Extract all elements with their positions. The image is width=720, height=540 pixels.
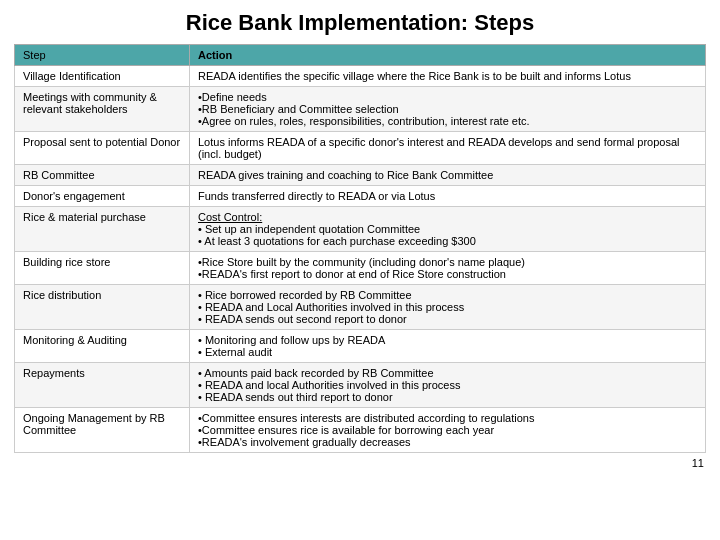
table-row: Ongoing Management by RB Committee•Commi… xyxy=(15,408,706,453)
action-cell: • Amounts paid back recorded by RB Commi… xyxy=(190,363,706,408)
table-row: Donor's engagementFunds transferred dire… xyxy=(15,186,706,207)
step-cell: Monitoring & Auditing xyxy=(15,330,190,363)
table-row: Village IdentificationREADA identifies t… xyxy=(15,66,706,87)
step-cell: RB Committee xyxy=(15,165,190,186)
step-cell: Rice & material purchase xyxy=(15,207,190,252)
step-cell: Building rice store xyxy=(15,252,190,285)
action-cell: • Rice borrowed recorded by RB Committee… xyxy=(190,285,706,330)
header-action: Action xyxy=(190,45,706,66)
action-cell: Lotus informs READA of a specific donor'… xyxy=(190,132,706,165)
step-cell: Ongoing Management by RB Committee xyxy=(15,408,190,453)
action-cell: READA gives training and coaching to Ric… xyxy=(190,165,706,186)
step-cell: Rice distribution xyxy=(15,285,190,330)
table-row: Monitoring & Auditing• Monitoring and fo… xyxy=(15,330,706,363)
table-row: RB CommitteeREADA gives training and coa… xyxy=(15,165,706,186)
action-cell: READA identifies the specific village wh… xyxy=(190,66,706,87)
table-row: Rice distribution• Rice borrowed recorde… xyxy=(15,285,706,330)
page: Rice Bank Implementation: Steps Step Act… xyxy=(0,0,720,479)
table-row: Rice & material purchaseCost Control:• S… xyxy=(15,207,706,252)
table-row: Building rice store•Rice Store built by … xyxy=(15,252,706,285)
header-step: Step xyxy=(15,45,190,66)
step-cell: Repayments xyxy=(15,363,190,408)
action-cell: Funds transferred directly to READA or v… xyxy=(190,186,706,207)
action-cell: •Define needs•RB Beneficiary and Committ… xyxy=(190,87,706,132)
page-number: 11 xyxy=(14,457,706,469)
table-row: Proposal sent to potential DonorLotus in… xyxy=(15,132,706,165)
action-cell: •Rice Store built by the community (incl… xyxy=(190,252,706,285)
table-row: Meetings with community & relevant stake… xyxy=(15,87,706,132)
step-cell: Donor's engagement xyxy=(15,186,190,207)
step-cell: Village Identification xyxy=(15,66,190,87)
step-cell: Meetings with community & relevant stake… xyxy=(15,87,190,132)
action-cell: Cost Control:• Set up an independent quo… xyxy=(190,207,706,252)
action-cell: •Committee ensures interests are distrib… xyxy=(190,408,706,453)
steps-table: Step Action Village IdentificationREADA … xyxy=(14,44,706,453)
table-row: Repayments• Amounts paid back recorded b… xyxy=(15,363,706,408)
action-cell: • Monitoring and follow ups by READA• Ex… xyxy=(190,330,706,363)
step-cell: Proposal sent to potential Donor xyxy=(15,132,190,165)
page-title: Rice Bank Implementation: Steps xyxy=(14,10,706,36)
